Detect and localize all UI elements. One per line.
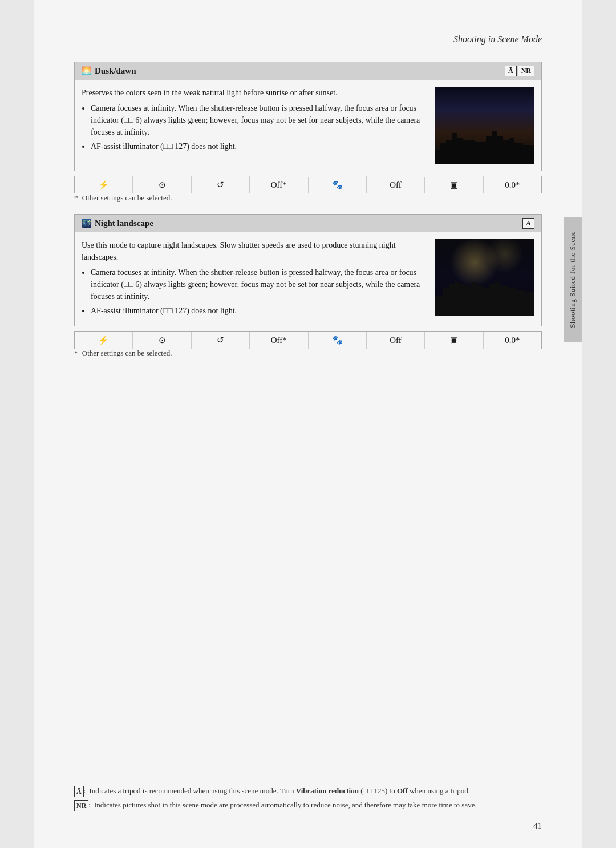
night-landscape-image [435, 239, 534, 316]
dusk-dawn-text: Preserves the colors seen in the weak na… [82, 87, 425, 164]
page-title: Shooting in Scene Mode [453, 34, 542, 44]
tripod-badge: Ā [505, 66, 517, 76]
night-landscape-bullet-1: Camera focuses at infinity. When the shu… [91, 266, 425, 302]
night-landscape-section: 🌃 Night landscape Ā Use this mode to cap… [74, 214, 542, 358]
night-landscape-text: Use this mode to capture night landscape… [82, 239, 425, 319]
dusk-dawn-description: Preserves the colors seen in the weak na… [82, 87, 425, 99]
asterisk-symbol-1: * [74, 193, 78, 202]
page-number: 41 [533, 821, 542, 831]
settings-off-1: Off [367, 177, 425, 193]
settings-value-1: 0.0* [484, 177, 541, 193]
settings-value-2: 0.0* [484, 332, 541, 349]
settings-exposure: ▣ [425, 176, 483, 193]
night-landscape-title: Night landscape [95, 219, 153, 228]
night-landscape-footnote: * Other settings can be selected. [74, 349, 542, 358]
dusk-dawn-box: 🌅 Dusk/dawn Ā NR Preserves the colors se… [74, 62, 542, 171]
settings-off-star-1: Off* [250, 177, 308, 193]
side-tab: Shooting Suited for the Scene [564, 217, 582, 342]
tripod-footnote-symbol: Ā: [74, 785, 86, 797]
nr-footnote-text: Indicates pictures shot in this scene mo… [94, 799, 477, 811]
night-landscape-content: Use this mode to capture night landscape… [75, 232, 541, 326]
settings-exposure-2: ▣ [425, 332, 483, 349]
night-icon: 🌃 [82, 219, 91, 228]
dusk-icon: 🌅 [82, 66, 91, 76]
night-landscape-settings: ⚡ ⊙ ↺ Off* 🐾 Off ▣ 0.0* [74, 331, 542, 349]
dusk-dawn-bullet-2: AF-assist illuminator (□□ 127) does not … [91, 140, 425, 152]
page-header: Shooting in Scene Mode [74, 34, 542, 45]
asterisk-symbol-2: * [74, 349, 78, 357]
settings-timer-2: ↺ [192, 332, 250, 349]
side-tab-label: Shooting Suited for the Scene [568, 231, 577, 328]
settings-off-star-2: Off* [250, 332, 308, 349]
footnote-tripod: Ā: Indicates a tripod is recommended whe… [74, 785, 530, 797]
footnote-text-2: Other settings can be selected. [82, 349, 172, 357]
night-landscape-description: Use this mode to capture night landscape… [82, 239, 425, 263]
dusk-dawn-settings: ⚡ ⊙ ↺ Off* 🐾 Off ▣ 0.0* [74, 176, 542, 193]
dusk-dawn-section: 🌅 Dusk/dawn Ā NR Preserves the colors se… [74, 62, 542, 203]
night-landscape-badges: Ā [522, 218, 534, 229]
settings-flash-2: ⚡ [75, 332, 133, 349]
settings-timer: ↺ [192, 176, 250, 193]
dusk-dawn-bullet-1: Camera focuses at infinity. When the shu… [91, 102, 425, 138]
dusk-dawn-footnote: * Other settings can be selected. [74, 193, 542, 203]
footnote-nr: NR: Indicates pictures shot in this scen… [74, 799, 530, 811]
night-landscape-header-left: 🌃 Night landscape [82, 219, 153, 228]
dusk-dawn-header: 🌅 Dusk/dawn Ā NR [75, 62, 541, 80]
dusk-dawn-title: Dusk/dawn [95, 66, 136, 76]
page-container: Shooting in Scene Mode 🌅 Dusk/dawn Ā NR … [34, 0, 582, 848]
bottom-footnotes: Ā: Indicates a tripod is recommended whe… [74, 785, 530, 814]
dusk-dawn-content: Preserves the colors seen in the weak na… [75, 80, 541, 171]
night-landscape-bullets: Camera focuses at infinity. When the shu… [91, 266, 425, 317]
tripod-badge-2: Ā [522, 218, 534, 229]
night-landscape-box: 🌃 Night landscape Ā Use this mode to cap… [74, 214, 542, 326]
night-landscape-bullet-2: AF-assist illuminator (□□ 127) does not … [91, 305, 425, 317]
settings-macro: 🐾 [309, 176, 367, 193]
nr-badge: NR [518, 66, 534, 76]
tripod-footnote-text: Indicates a tripod is recommended when u… [89, 785, 470, 797]
settings-focus-2: ⊙ [133, 332, 191, 349]
settings-macro-2: 🐾 [309, 332, 367, 349]
settings-flash: ⚡ [75, 176, 133, 193]
settings-off-2: Off [367, 332, 425, 349]
footnote-text-1: Other settings can be selected. [82, 193, 172, 202]
nr-footnote-symbol: NR: [74, 799, 91, 811]
dusk-dawn-header-left: 🌅 Dusk/dawn [82, 66, 136, 76]
settings-focus: ⊙ [133, 176, 191, 193]
dusk-dawn-image [435, 87, 534, 164]
dusk-dawn-bullets: Camera focuses at infinity. When the shu… [91, 102, 425, 152]
night-landscape-header: 🌃 Night landscape Ā [75, 215, 541, 232]
dusk-dawn-badges: Ā NR [505, 66, 534, 76]
